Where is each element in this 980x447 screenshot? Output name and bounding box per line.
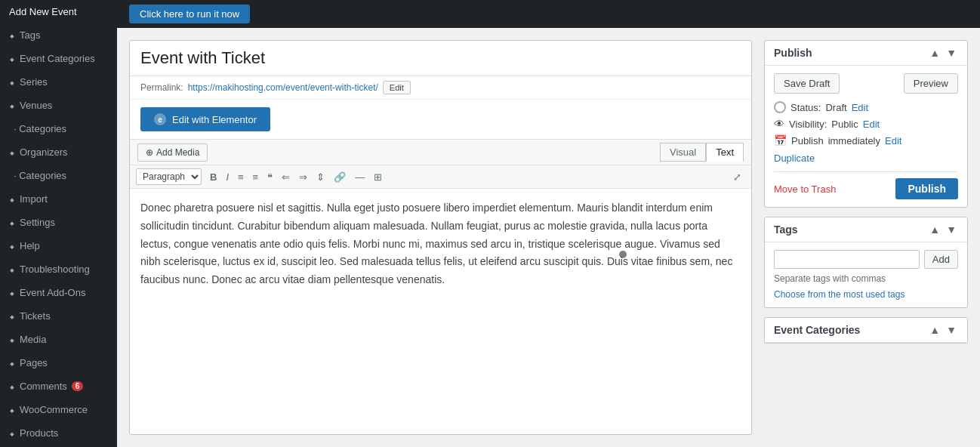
format-select[interactable]: Paragraph xyxy=(136,168,202,185)
tags-metabox: Tags ▲ ▼ Add Separate tags with commas C… xyxy=(764,217,968,308)
publish-metabox-title: Publish xyxy=(774,47,812,59)
visibility-edit-link[interactable]: Edit xyxy=(863,119,880,130)
media-icon: ⬥ xyxy=(9,334,15,345)
permalink-label: Permalink: xyxy=(140,82,183,93)
sidebar-item-tickets[interactable]: ⬥ Tickets xyxy=(0,304,117,328)
tag-hint: Separate tags with commas xyxy=(774,273,958,284)
sidebar-item-label: Help xyxy=(20,240,40,251)
sidebar-item-label: Organizers xyxy=(20,146,68,158)
publish-metabox-header: Publish ▲ ▼ xyxy=(765,41,967,66)
add-media-button[interactable]: ⊕ Add Media xyxy=(137,143,208,162)
italic-button[interactable]: I xyxy=(222,170,233,184)
sidebar-item-label: Pages xyxy=(20,357,48,368)
publish-footer: Move to Trash Publish xyxy=(774,171,958,199)
sidebar-item-comments[interactable]: ⬥ Comments 6 xyxy=(0,375,117,398)
sidebar-item-label: Event Categories xyxy=(20,53,95,64)
organizer-icon: ⬥ xyxy=(9,146,15,158)
elementor-icon: e xyxy=(154,113,166,125)
sidebar-item-troubleshooting[interactable]: ⬥ Troubleshooting xyxy=(0,257,117,281)
sidebar-item-label: Tags xyxy=(20,29,40,41)
elementor-button-row: e Edit with Elementor xyxy=(130,100,751,140)
woo-icon: ⬥ xyxy=(9,404,15,415)
sidebar-item-label: Import xyxy=(20,193,48,205)
main-area: Click here to run it now Permalink: http… xyxy=(117,0,980,447)
sidebar: Add New Event ⬥ Tags ⬥ Event Categories … xyxy=(0,0,117,447)
align-right-button[interactable]: ⇕ xyxy=(313,170,328,184)
sidebar-item-label: Tickets xyxy=(20,310,51,322)
duplicate-link[interactable]: Duplicate xyxy=(774,153,958,164)
tags-metabox-collapse-up[interactable]: ▲ xyxy=(928,224,941,236)
choose-tags-link[interactable]: Choose from the most used tags xyxy=(774,289,904,300)
sidebar-item-import[interactable]: ⬥ Import xyxy=(0,187,117,211)
sidebar-item-label: Products xyxy=(20,427,58,439)
sidebar-item-categories1[interactable]: · Categories xyxy=(0,117,117,140)
event-categories-controls: ▲ ▼ xyxy=(928,324,958,336)
sidebar-item-categories2[interactable]: · Categories xyxy=(0,164,117,187)
publish-button[interactable]: Publish xyxy=(895,178,958,199)
sidebar-add-new-event[interactable]: Add New Event xyxy=(0,0,117,23)
editor-text: Donec pharetra posuere nisl et sagittis.… xyxy=(140,199,741,289)
permalink-edit-button[interactable]: Edit xyxy=(383,81,411,94)
publish-metabox-collapse-up[interactable]: ▲ xyxy=(928,47,941,59)
publish-metabox-controls: ▲ ▼ xyxy=(928,47,958,59)
unordered-list-button[interactable]: ≡ xyxy=(234,170,248,184)
permalink-link[interactable]: https://makihosting.com/event/event-with… xyxy=(188,82,378,93)
sidebar-item-organizers[interactable]: ⬥ Organizers xyxy=(0,140,117,164)
move-to-trash-link[interactable]: Move to Trash xyxy=(774,183,836,195)
run-it-now-button[interactable]: Click here to run it now xyxy=(129,5,250,23)
tag-icon: ⬥ xyxy=(9,29,15,41)
tab-visual[interactable]: Visual xyxy=(660,143,706,162)
align-center-button[interactable]: ⇒ xyxy=(295,170,311,184)
sidebar-item-label: Media xyxy=(20,334,46,345)
bold-button[interactable]: B xyxy=(206,170,220,184)
publish-metabox-collapse-down[interactable]: ▼ xyxy=(945,47,958,59)
sidebar-item-media[interactable]: ⬥ Media xyxy=(0,328,117,351)
sidebar-item-label: Event Add-Ons xyxy=(20,287,85,298)
sidebar-item-products[interactable]: ⬥ Products xyxy=(0,421,117,445)
publish-date-edit-link[interactable]: Edit xyxy=(885,135,901,146)
elementor-btn-label: Edit with Elementor xyxy=(172,114,257,125)
status-edit-link[interactable]: Edit xyxy=(852,102,868,113)
tags-metabox-controls: ▲ ▼ xyxy=(928,224,958,236)
sidebar-item-event-categories[interactable]: ⬥ Event Categories xyxy=(0,47,117,70)
event-categories-collapse-down[interactable]: ▼ xyxy=(945,324,958,336)
tag-input-field[interactable] xyxy=(774,250,920,269)
sidebar-item-pages[interactable]: ⬥ Pages xyxy=(0,351,117,375)
sidebar-item-venues[interactable]: ⬥ Venues xyxy=(0,94,117,117)
sidebar-item-help[interactable]: ⬥ Help xyxy=(0,234,117,257)
edit-with-elementor-button[interactable]: e Edit with Elementor xyxy=(140,107,270,131)
editor-content[interactable]: Donec pharetra posuere nisl et sagittis.… xyxy=(130,189,751,434)
publish-date-value: immediately xyxy=(828,135,880,146)
sidebar-item-series[interactable]: ⬥ Series xyxy=(0,70,117,94)
hr-button[interactable]: — xyxy=(351,170,368,184)
visibility-label: Visibility: xyxy=(789,119,827,130)
post-title-input[interactable] xyxy=(130,41,751,76)
ordered-list-button[interactable]: ≡ xyxy=(249,170,263,184)
table-button[interactable]: ⊞ xyxy=(370,170,386,184)
editor-tabs: Visual Text xyxy=(660,143,744,162)
event-categories-collapse-up[interactable]: ▲ xyxy=(928,324,941,336)
publish-metabox: Publish ▲ ▼ Save Draft Preview Status: D… xyxy=(764,40,968,208)
sidebar-item-event-addons[interactable]: ⬥ Event Add-Ons xyxy=(0,281,117,304)
status-icon xyxy=(774,101,786,113)
blockquote-button[interactable]: ❝ xyxy=(263,170,276,184)
align-left-button[interactable]: ⇐ xyxy=(278,170,294,184)
event-categories-title: Event Categories xyxy=(774,324,860,336)
troubleshoot-icon: ⬥ xyxy=(9,264,15,275)
add-tag-button[interactable]: Add xyxy=(924,250,958,269)
top-notification-bar: Click here to run it now xyxy=(117,0,980,28)
sidebar-item-settings[interactable]: ⬥ Settings xyxy=(0,211,117,234)
link-button[interactable]: 🔗 xyxy=(330,170,350,184)
add-media-label: Add Media xyxy=(156,147,199,158)
status-row: Status: Draft Edit xyxy=(774,101,958,113)
sidebar-item-woocommerce[interactable]: ⬥ WooCommerce xyxy=(0,398,117,421)
wp-editor-toolbar: Paragraph B I ≡ ≡ ❝ ⇐ ⇒ ⇕ 🔗 — ⊞ ⤢ xyxy=(130,165,751,189)
settings-icon: ⬥ xyxy=(9,217,15,228)
tab-text[interactable]: Text xyxy=(706,143,744,162)
permalink-row: Permalink: https://makihosting.com/event… xyxy=(130,76,751,100)
tags-metabox-collapse-down[interactable]: ▼ xyxy=(945,224,958,236)
fullscreen-button[interactable]: ⤢ xyxy=(729,170,745,184)
save-draft-button[interactable]: Save Draft xyxy=(774,73,840,94)
sidebar-item-tags[interactable]: ⬥ Tags xyxy=(0,23,117,47)
preview-button[interactable]: Preview xyxy=(904,73,958,94)
